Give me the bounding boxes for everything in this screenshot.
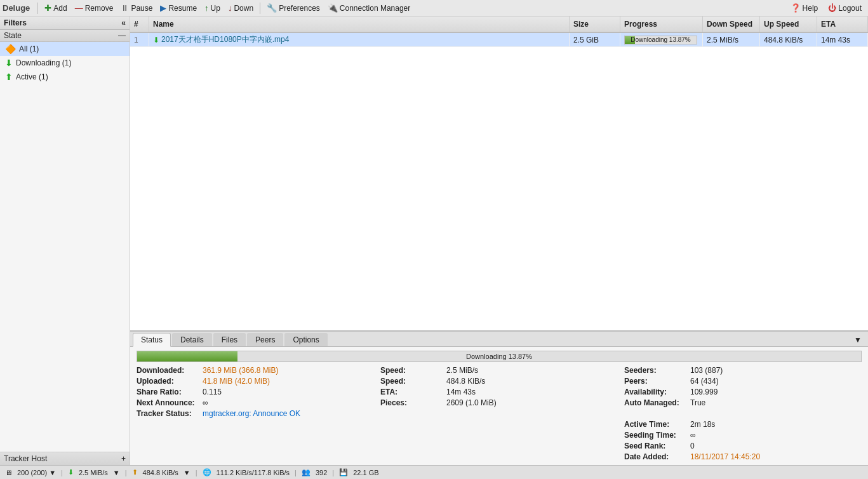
tab-files[interactable]: Files [213,333,246,346]
bottom-panel: Status Details Files Peers Options ▼ [130,330,868,465]
statusbar-up-speed: 484.8 KiB/s [143,469,178,476]
down-button[interactable]: ↓ Down [224,3,257,13]
toolbar-separator-1 [37,3,38,14]
add-icon: ✚ [44,3,51,13]
torrent-up-speed: 484.8 KiB/s [760,33,817,46]
sep4: | [295,469,297,476]
status-row-2: Active Time: 2m 18s Seeding Time: ∞ Seed… [137,420,862,461]
sidebar-filters-header: Filters « [0,17,130,30]
th-num[interactable]: # [130,17,149,32]
collapse-icon[interactable]: « [121,18,126,27]
th-progress[interactable]: Progress [620,17,703,32]
preferences-button[interactable]: 🔧 Preferences [263,3,324,13]
tracker-status-label: Tracker Status: [137,409,200,418]
uploaded-label: Uploaded: [137,377,200,386]
active-icon: ⬆ [5,72,13,82]
statusbar-icon-conn: 🖥 [5,469,12,476]
add-button[interactable]: ✚ Add [41,3,70,13]
tab-peers[interactable]: Peers [247,333,283,346]
connection-manager-button[interactable]: 🔌 Connection Manager [324,3,414,13]
sidebar: Filters « State — 🔶 All (1) ⬇ Downloadin… [0,17,130,465]
torrent-progress: Downloading 13.87% [620,33,703,46]
statusbar-icon-network: 🌐 [203,468,211,476]
torrent-down-speed: 2.5 MiB/s [703,33,760,46]
auto-managed-label: Auto Managed: [624,398,688,407]
help-icon: ❓ [791,3,801,13]
panel-expand-icon[interactable]: ▼ [850,334,865,346]
th-size[interactable]: Size [570,17,620,32]
table-row[interactable]: 1 ⬇ 2017天才枪手HD1080P中字内嵌.mp4 2.5 GiB Down… [130,33,868,47]
auto-managed-row: Auto Managed: True [624,398,862,407]
torrent-list: 1 ⬇ 2017天才枪手HD1080P中字内嵌.mp4 2.5 GiB Down… [130,33,868,330]
logout-icon: ⏻ [828,3,836,13]
connection-icon: 🔌 [328,3,338,13]
pieces-row: Pieces: 2609 (1.0 MiB) [380,398,618,407]
app-logo: Deluge [3,3,30,13]
active-time-label: Active Time: [624,420,688,429]
auto-managed-value: True [690,398,705,407]
peers-value: 64 (434) [690,377,719,386]
resume-label: Resume [168,4,197,13]
tab-options[interactable]: Options [284,333,327,346]
sidebar-state-header: State — [0,30,130,42]
downloaded-label: Downloaded: [137,366,200,375]
status-content: Downloading 13.87% Downloaded: 361.9 MiB… [130,347,868,465]
tab-status[interactable]: Status [133,333,171,347]
next-announce-value: ∞ [203,398,208,407]
statusbar-disk: 22.1 GB [353,469,378,476]
tab-details[interactable]: Details [172,333,212,346]
sidebar-item-all[interactable]: 🔶 All (1) [0,42,130,56]
pause-icon: ⏸ [121,3,129,13]
down-icon: ↓ [228,3,232,13]
filters-label: Filters [4,18,27,27]
state-collapse-icon[interactable]: — [118,31,126,40]
statusbar-connections: 200 (200) ▼ [17,469,56,476]
torrent-progress-text: Downloading 13.87% [625,36,697,44]
seeding-time-detail: Seeding Time: ∞ [624,431,862,440]
th-eta[interactable]: ETA [817,17,868,32]
sidebar-spacer [0,84,130,452]
statusbar: 🖥 200 (200) ▼ | ⬇ 2.5 MiB/s ▼ | ⬆ 484.8 … [0,465,868,479]
status-col-2: Speed: 2.5 MiB/s Speed: 484.8 KiB/s ETA:… [380,366,618,418]
statusbar-icon-disk: 💾 [339,468,348,476]
resume-icon: ▶ [160,3,166,13]
seed-rank-value: 0 [690,442,695,450]
status-grid: Downloaded: 361.9 MiB (366.8 MiB) Upload… [137,366,862,418]
torrent-area: # Name Size Progress Down Speed Up Speed… [130,17,868,465]
logout-button[interactable]: ⏻ Logout [824,3,865,13]
add-label: Add [53,4,67,13]
th-name[interactable]: Name [149,17,570,32]
availability-value: 109.999 [690,388,718,396]
sidebar-tracker-host: Tracker Host + [0,452,130,465]
share-ratio-row: Share Ratio: 0.115 [137,388,374,396]
status-col-1: Downloaded: 361.9 MiB (366.8 MiB) Upload… [137,366,374,418]
time-col: Active Time: 2m 18s Seeding Time: ∞ Seed… [624,420,862,461]
next-announce-row: Next Announce: ∞ [137,398,374,407]
active-time-col [380,420,618,461]
active-label: Active (1) [16,72,48,81]
main-area: Filters « State — 🔶 All (1) ⬇ Downloadin… [0,17,868,465]
th-up-speed[interactable]: Up Speed [760,17,817,32]
th-down-speed[interactable]: Down Speed [703,17,760,32]
help-button[interactable]: ❓ Help [787,3,822,13]
resume-button[interactable]: ▶ Resume [156,3,201,13]
seeders-label: Seeders: [624,366,688,375]
seed-rank-label: Seed Rank: [624,442,688,450]
tracker-add-icon[interactable]: + [121,454,126,463]
sidebar-item-downloading[interactable]: ⬇ Downloading (1) [0,56,130,70]
speed-ul-row: Speed: 484.8 KiB/s [380,377,618,386]
remove-button[interactable]: — Remove [71,3,117,13]
help-label: Help [803,4,818,13]
share-ratio-label: Share Ratio: [137,388,200,396]
downloading-label: Downloading (1) [16,58,71,67]
up-button[interactable]: ↑ Up [201,3,224,13]
availability-row: Availability: 109.999 [624,388,862,396]
torrent-size: 2.5 GiB [570,33,620,46]
tracker-status-row: Tracker Status: mgtracker.org: Announce … [137,409,374,418]
pause-button[interactable]: ⏸ Pause [117,3,156,13]
statusbar-network: 111.2 KiB/s/117.8 KiB/s [217,469,290,476]
status-progress-bar: Downloading 13.87% [137,351,862,362]
sidebar-item-active[interactable]: ⬆ Active (1) [0,70,130,84]
active-time-detail: Active Time: 2m 18s [624,420,862,429]
logout-label: Logout [838,4,862,13]
